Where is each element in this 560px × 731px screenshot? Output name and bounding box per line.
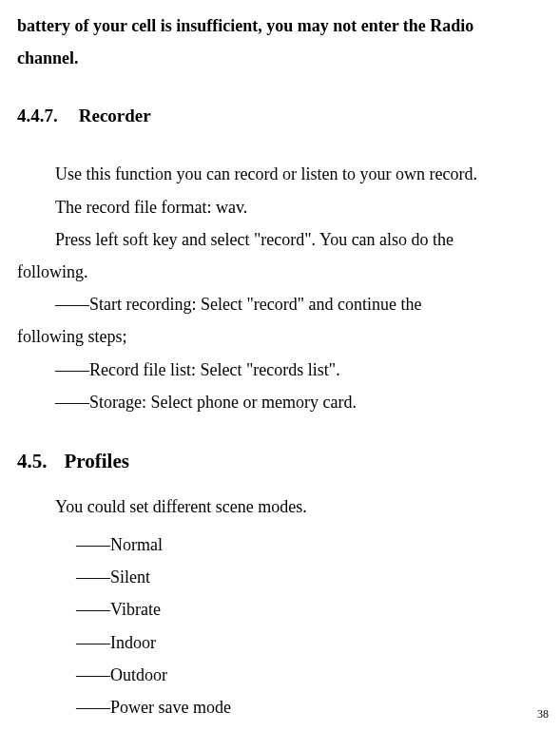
section-447-item1-line2: following steps; (17, 320, 549, 353)
profile-item: ――Silent (17, 561, 549, 593)
profile-item: ――Normal (17, 529, 549, 561)
profile-item: ――Outdoor (17, 659, 549, 691)
section-447-title: Recorder (79, 106, 151, 125)
section-447-item2: ――Record file list: Select "records list… (17, 354, 549, 386)
section-447-para1: Use this function you can record or list… (17, 158, 549, 190)
section-447-item1-line1: ――Start recording: Select "record" and c… (17, 288, 549, 320)
section-45-heading: 4.5.Profiles (17, 443, 549, 481)
profile-item: ――Indoor (17, 626, 549, 659)
intro-bold-line2: channel. (17, 42, 549, 74)
section-447-item3: ――Storage: Select phone or memory card. (17, 386, 549, 418)
profile-item: ――Power save mode (17, 691, 549, 723)
profile-item: ――Vibrate (17, 593, 549, 625)
section-45-intro: You could set different scene modes. (17, 491, 549, 523)
section-447-para2: The record file format: wav. (17, 191, 549, 223)
section-447-para3-line1: Press left soft key and select "record".… (17, 223, 549, 256)
intro-bold-line1: battery of your cell is insufficient, yo… (17, 10, 549, 42)
page-number: 38 (537, 703, 549, 725)
section-447-para3-line2: following. (17, 256, 549, 288)
section-45-title: Profiles (65, 450, 129, 472)
section-447-number: 4.4.7. (17, 99, 58, 133)
section-45-number: 4.5. (17, 443, 48, 481)
section-447-heading: 4.4.7.Recorder (17, 99, 549, 133)
